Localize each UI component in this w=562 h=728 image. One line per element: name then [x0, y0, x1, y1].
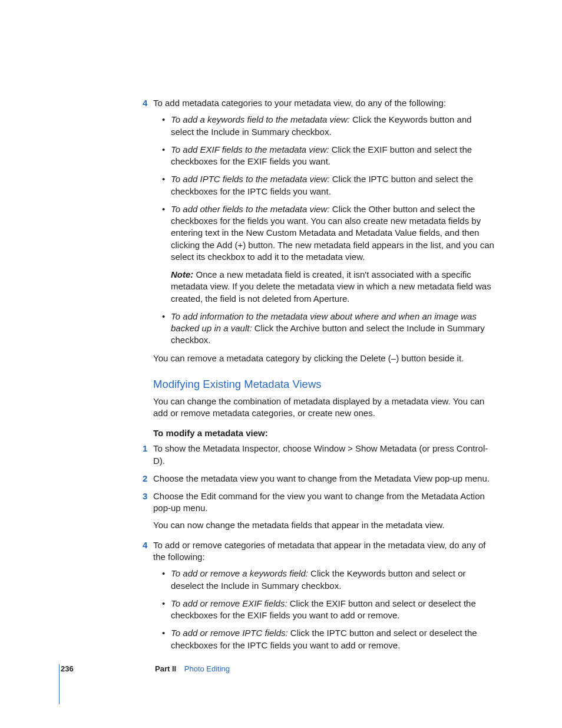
bullet-lead: To add EXIF fields to the metadata view:: [171, 144, 329, 154]
step-number: 4: [143, 539, 147, 551]
bullet-lead: To add other fields to the metadata view…: [171, 204, 330, 214]
step-1: 1 To show the Metadata Inspector, choose…: [153, 443, 495, 467]
step-number: 1: [143, 443, 147, 454]
bullet-item: To add or remove a keywords field: Click…: [153, 568, 495, 592]
bullet-list: To add or remove a keywords field: Click…: [153, 568, 495, 651]
bullet-item: To add information to the metadata view …: [153, 311, 495, 347]
bullet-lead: To add IPTC fields to the metadata view:: [171, 174, 330, 184]
step-number: 4: [143, 97, 147, 109]
body-text: 4 To add metadata categories to your met…: [153, 97, 495, 651]
note-text: Once a new metadata field is created, it…: [171, 269, 491, 304]
step-4-top: 4 To add metadata categories to your met…: [153, 97, 495, 347]
note-label: Note:: [171, 269, 193, 279]
note-block: Note: Once a new metadata field is creat…: [153, 269, 495, 305]
footer-title: Photo Editing: [184, 664, 230, 673]
bullet-item: To add other fields to the metadata view…: [153, 203, 495, 263]
step-number: 3: [143, 490, 147, 502]
section-heading: Modifying Existing Metadata Views: [153, 377, 495, 392]
step-2: 2 Choose the metadata view you want to c…: [153, 473, 495, 485]
bullet-lead: To add or remove EXIF fields:: [171, 598, 287, 608]
footer-part: Part II: [155, 664, 176, 673]
bullet-item: To add EXIF fields to the metadata view:…: [153, 144, 495, 168]
step-intro: To add metadata categories to your metad…: [153, 98, 446, 108]
step-3-after: You can now change the metadata fields t…: [153, 519, 495, 531]
step-3: 3 Choose the Edit command for the view y…: [153, 490, 495, 531]
page-number: 236: [61, 664, 74, 673]
step-text: Choose the Edit command for the view you…: [153, 491, 485, 513]
bullet-item: To add a keywords field to the metadata …: [153, 114, 495, 138]
bullet-list: To add a keywords field to the metadata …: [153, 114, 495, 346]
bullet-item: To add or remove IPTC fields: Click the …: [153, 627, 495, 651]
page-footer: 236 Part II Photo Editing: [59, 664, 562, 704]
closing-paragraph: You can remove a metadata category by cl…: [153, 353, 495, 364]
section-intro: You can change the combination of metada…: [153, 396, 495, 420]
sub-heading: To modify a metadata view:: [153, 427, 495, 439]
bullet-lead: To add or remove IPTC fields:: [171, 628, 288, 638]
step-4-bottom: 4 To add or remove categories of metadat…: [153, 539, 495, 651]
step-number: 2: [143, 473, 147, 485]
page-content: 4 To add metadata categories to your met…: [77, 97, 495, 657]
bullet-lead: To add or remove a keywords field:: [171, 568, 308, 578]
bullet-item: To add IPTC fields to the metadata view:…: [153, 173, 495, 197]
bullet-item: To add or remove EXIF fields: Click the …: [153, 598, 495, 622]
step-intro: To add or remove categories of metadata …: [153, 540, 486, 562]
step-text: Choose the metadata view you want to cha…: [153, 473, 490, 483]
bullet-lead: To add a keywords field to the metadata …: [171, 114, 350, 124]
step-text: To show the Metadata Inspector, choose W…: [153, 443, 488, 465]
